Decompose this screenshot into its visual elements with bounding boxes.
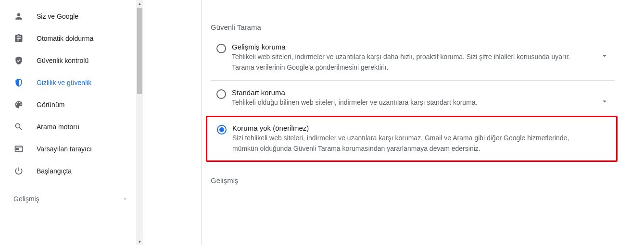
- option-description: Tehlikeli web siteleri, indirmeler ve uz…: [232, 52, 578, 73]
- radio-enhanced[interactable]: [216, 44, 226, 53]
- sidebar-item-label: Varsayılan tarayıcı: [37, 145, 134, 153]
- palette-icon: [13, 99, 24, 110]
- safe-browsing-options: Gelişmiş koruma Tehlikeli web siteleri, …: [201, 35, 615, 162]
- advanced-label: Gelişmiş: [13, 195, 122, 203]
- clipboard-icon: [13, 33, 24, 44]
- scroll-up-icon[interactable]: ▴: [136, 0, 143, 7]
- sidebar-item-on-startup[interactable]: Başlangıçta: [0, 161, 134, 181]
- sidebar-item-label: Güvenlik kontrolü: [37, 57, 134, 64]
- svg-rect-0: [15, 148, 19, 150]
- sidebar-item-autofill[interactable]: Otomatik doldurma: [0, 29, 134, 48]
- power-icon: [13, 166, 24, 176]
- option-title: Standart koruma: [232, 88, 578, 97]
- sidebar-item-default-browser[interactable]: Varsayılan tarayıcı: [0, 139, 134, 159]
- sidebar-item-label: Başlangıçta: [37, 167, 134, 175]
- safe-browsing-title: Güvenli Tarama: [201, 0, 615, 35]
- shield-icon: [13, 77, 24, 88]
- chevron-down-icon: [600, 51, 609, 60]
- sidebar-advanced-toggle[interactable]: Gelişmiş: [0, 189, 134, 208]
- panel-divider: [201, 0, 202, 245]
- sidebar-item-label: Görünüm: [37, 101, 134, 109]
- sidebar-item-safety-check[interactable]: Güvenlik kontrolü: [0, 51, 134, 70]
- shield-check-icon: [13, 55, 24, 66]
- sidebar-item-search-engine[interactable]: Arama motoru: [0, 117, 134, 136]
- chevron-up-icon: [122, 196, 128, 202]
- scroll-down-icon[interactable]: ▾: [136, 238, 143, 245]
- scrollbar-thumb[interactable]: [137, 8, 142, 94]
- sidebar-item-label: Siz ve Google: [37, 12, 134, 20]
- sidebar-item-appearance[interactable]: Görünüm: [0, 95, 134, 114]
- expand-enhanced[interactable]: [597, 43, 612, 60]
- option-description: Tehlikeli olduğu bilinen web siteleri, i…: [232, 98, 578, 108]
- sidebar-item-privacy-security[interactable]: Gizlilik ve güvenlik: [0, 73, 134, 92]
- sidebar-item-label: Gizlilik ve güvenlik: [37, 79, 134, 86]
- search-icon: [13, 122, 24, 132]
- browser-icon: [13, 144, 24, 154]
- chevron-down-icon: [600, 97, 609, 106]
- option-standard-protection[interactable]: Standart koruma Tehlikeli olduğu bilinen…: [211, 80, 615, 116]
- main-area: Güvenli Tarama Gelişmiş koruma Tehlikeli…: [143, 0, 644, 245]
- radio-standard[interactable]: [216, 89, 226, 99]
- radio-no-protection[interactable]: [217, 125, 227, 135]
- expand-standard[interactable]: [597, 88, 612, 106]
- option-title: Koruma yok (önerilmez): [232, 124, 592, 132]
- settings-sidebar: Siz ve Google Otomatik doldurma Güvenlik…: [0, 0, 143, 245]
- option-enhanced-protection[interactable]: Gelişmiş koruma Tehlikeli web siteleri, …: [211, 35, 615, 80]
- option-title: Gelişmiş koruma: [232, 43, 578, 51]
- sidebar-scrollbar[interactable]: ▴ ▾: [136, 0, 143, 245]
- advanced-section-title: Gelişmiş: [201, 162, 615, 189]
- option-description: Sizi tehlikeli web siteleri, indirmeler …: [232, 133, 592, 154]
- sidebar-item-label: Arama motoru: [37, 123, 134, 131]
- sidebar-item-label: Otomatik doldurma: [37, 35, 134, 42]
- option-no-protection[interactable]: Koruma yok (önerilmez) Sizi tehlikeli we…: [206, 116, 618, 162]
- sidebar-item-you-google[interactable]: Siz ve Google: [0, 7, 134, 26]
- person-icon: [13, 11, 24, 22]
